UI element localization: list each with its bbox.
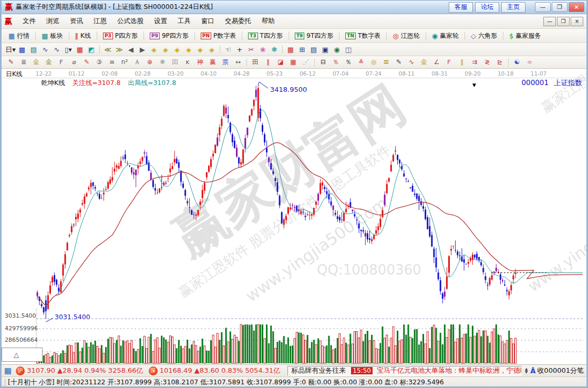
t-table-button[interactable]: TNT数字表 — [342, 30, 384, 41]
stats-box-icon[interactable]: ⊟ — [317, 57, 329, 67]
mdi-restore-button[interactable]: ❐ — [557, 17, 570, 26]
t-square-button[interactable]: T3T四方形 — [244, 30, 286, 41]
menu-item-3[interactable]: 江恩 — [88, 15, 112, 28]
parallel-lines-icon[interactable]: ⋰ — [300, 57, 312, 67]
restore-button[interactable]: ❐ — [552, 2, 568, 12]
9t-square-button[interactable]: T99T四方形 — [291, 30, 337, 41]
menu-item-6[interactable]: 工具 — [172, 15, 196, 28]
save-icon[interactable]: ▣ — [319, 45, 331, 55]
step-back-icon[interactable]: ◀ — [125, 45, 137, 55]
red-pen-icon[interactable]: ✎ — [80, 57, 93, 67]
loss-percent-icon[interactable]: ％ — [329, 57, 342, 67]
notepad-icon[interactable]: ▤ — [308, 45, 319, 55]
winner-service-button[interactable]: $赢家服务 — [506, 30, 544, 41]
spiral-icon[interactable]: ⌀ — [68, 57, 80, 67]
gold-lines-icon[interactable]: 〓 — [380, 57, 393, 67]
pink-brain-icon[interactable]: ❀ — [257, 45, 269, 55]
diamond-h-icon[interactable]: ◈ — [171, 45, 183, 55]
wave-9-icon[interactable]: ∿ — [51, 45, 63, 55]
mdi-minimize-button[interactable]: — — [543, 17, 556, 26]
angle-a-icon[interactable]: Ａ — [131, 57, 143, 67]
crosshair-tool-icon[interactable]: + — [234, 45, 245, 55]
speed-lines-icon[interactable]: ⇉ — [468, 57, 481, 67]
skip-back-icon[interactable]: ≪ — [102, 45, 114, 55]
p-table-button[interactable]: PNP数字表 — [197, 30, 240, 41]
period-day-selector[interactable]: 日▾ — [5, 45, 16, 55]
gold-circle-icon[interactable]: ◎ — [367, 57, 380, 67]
diamond-move-icon[interactable]: ◈ — [194, 45, 206, 55]
9p-square-button[interactable]: P99P四方形 — [146, 30, 192, 41]
tick-view-label[interactable]: 收000001分笔 — [537, 366, 584, 375]
price-grid-gold-icon[interactable]: 金 — [30, 57, 43, 67]
skip-forward-icon[interactable]: ≫ — [114, 45, 125, 55]
wave-icon[interactable]: ∿ — [405, 57, 418, 67]
n2-grid-icon[interactable]: n² — [118, 57, 131, 67]
box-angle-icon[interactable]: 田 — [249, 57, 262, 67]
quotes-button[interactable]: ▦行情 — [5, 30, 33, 41]
angle-line-icon[interactable]: ∠ — [430, 57, 443, 67]
gann-grid-icon[interactable]: ≣ — [17, 57, 30, 67]
menu-item-9[interactable]: 帮助 — [256, 15, 280, 28]
zoom-out-corner-button[interactable]: △ — [2, 348, 43, 362]
forum-button[interactable]: 论坛 — [475, 2, 499, 13]
target-circle-icon[interactable]: ⊕ — [143, 57, 156, 67]
flower-grid-icon[interactable]: ❋ — [156, 57, 169, 67]
taiji-icon[interactable]: ☯ — [511, 57, 523, 67]
save-sync-icon[interactable]: ◉ — [331, 45, 343, 55]
customer-service-button[interactable]: 客服 — [449, 2, 473, 13]
menu-item-7[interactable]: 窗口 — [196, 15, 220, 28]
hand-tool-icon[interactable]: ☜ — [222, 45, 234, 55]
diamond-cross-icon[interactable]: ◈ — [183, 45, 194, 55]
hgrid-icon[interactable]: ≡ — [106, 57, 118, 67]
menu-item-0[interactable]: 文件 — [17, 15, 41, 28]
tick-chart-icon[interactable]: Å — [530, 367, 535, 375]
quadrant-icon[interactable]: ⊵ — [493, 57, 506, 67]
menu-item-2[interactable]: 资讯 — [65, 15, 88, 28]
fan-lines-icon[interactable]: ∥ — [262, 57, 274, 67]
gold-slash-icon[interactable]: ∥ — [456, 57, 468, 67]
minimize-button[interactable]: — — [535, 2, 551, 12]
export-icon[interactable]: ◫ — [343, 45, 354, 55]
f-grid-icon[interactable]: Ｆ — [55, 57, 68, 67]
diamond-all-icon[interactable]: ◈ — [206, 45, 218, 55]
gann-wheel-button[interactable]: ◎江恩轮 — [389, 30, 423, 41]
percent-line-icon[interactable]: ≚ — [355, 57, 367, 67]
percent-icon[interactable]: ％ — [342, 57, 355, 67]
calendar-icon[interactable]: ▦ — [285, 45, 296, 55]
draw-pen-icon[interactable]: ✎ — [5, 57, 17, 67]
ying-grid-icon[interactable]: 赢 — [207, 57, 219, 67]
red-pattern-icon[interactable]: ▦ — [74, 45, 86, 55]
pattern-window-icon[interactable]: ▩ — [16, 45, 28, 55]
menu-item-5[interactable]: 设置 — [149, 15, 172, 28]
highlow-icon[interactable]: ≷ — [481, 57, 493, 67]
kline-chart-canvas[interactable]: 3418.95003031.5400 — [2, 69, 586, 364]
square-spiral-icon[interactable]: 回 — [169, 57, 181, 67]
teal-brain-icon[interactable]: ❃ — [269, 45, 280, 55]
mdi-close-button[interactable]: × — [571, 17, 583, 26]
hexagon-button[interactable]: ◇六角形 — [467, 30, 501, 41]
grid-square-icon[interactable]: ▦ — [287, 57, 300, 67]
diamond-left-icon[interactable]: ◈ — [148, 45, 160, 55]
k-note-icon[interactable]: ĸ — [181, 57, 194, 67]
sectors-button[interactable]: ▩板块 — [38, 30, 66, 41]
close-button[interactable]: × — [569, 2, 584, 12]
homepage-button[interactable]: 主页 — [501, 2, 525, 13]
piao-grid-icon[interactable]: 票 — [219, 57, 232, 67]
shen-grid-icon[interactable]: 神 — [194, 57, 207, 67]
infinity-icon[interactable]: ∞ — [523, 57, 536, 67]
wave-3-icon[interactable]: ∿ — [39, 45, 51, 55]
calculator-icon[interactable]: ⊞ — [296, 45, 308, 55]
chevron-down-icon[interactable]: ▼ — [472, 82, 476, 88]
winner-wheel-button[interactable]: ◉赢家轮 — [428, 30, 462, 41]
quote-grid-icon[interactable]: ▦ — [4, 366, 12, 375]
circle-3-icon[interactable]: ③ — [93, 57, 106, 67]
menu-item-1[interactable]: 浏览 — [41, 15, 65, 28]
width-adjust-icon[interactable]: ↔ — [232, 57, 244, 67]
capsule-selector[interactable]: ▯▾ — [63, 45, 74, 55]
step-forward-icon[interactable]: ▶ — [137, 45, 148, 55]
marker-tool-icon[interactable]: ✂ — [245, 45, 257, 55]
time-grid-gold-icon[interactable]: 金 — [43, 57, 55, 67]
fan-square-icon[interactable]: ◪ — [274, 57, 287, 67]
news-ticker[interactable]: 标品牌有业务往来 15:50 宝马千亿元电池大单落地：蜂巢中标欧洲，宁德时 — [287, 366, 522, 376]
p-square-button[interactable]: P3P四方形 — [99, 30, 141, 41]
